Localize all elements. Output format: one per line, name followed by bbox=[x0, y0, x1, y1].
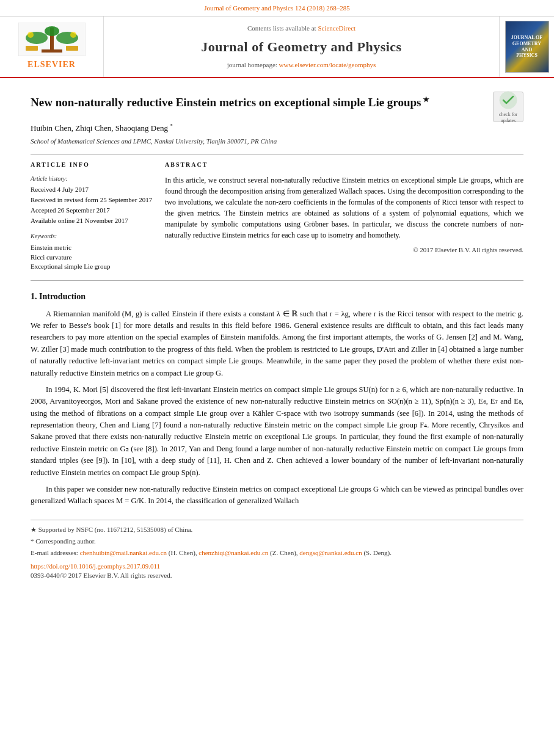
history-label: Article history: bbox=[31, 175, 153, 184]
journal-title: Journal of Geometry and Physics bbox=[201, 37, 401, 57]
homepage-link[interactable]: www.elsevier.com/locate/geomphys bbox=[279, 61, 376, 68]
intro-heading: 1. Introduction bbox=[31, 291, 523, 303]
email2-link[interactable]: chenzhiqi@nankai.edu.cn bbox=[199, 549, 268, 556]
journal-header-center: Contents lists available at ScienceDirec… bbox=[104, 16, 499, 77]
journal-header: ELSEVIER Contents lists available at Sci… bbox=[0, 16, 554, 78]
keyword-3: Exceptional simple Lie group bbox=[31, 262, 153, 272]
email3-name: (S. Deng). bbox=[363, 549, 392, 556]
footnote-corresponding: * Corresponding author. bbox=[31, 537, 523, 547]
main-content: New non-naturally reductive Einstein met… bbox=[0, 78, 554, 593]
elsevier-logo-section: ELSEVIER bbox=[0, 16, 104, 77]
email1-link[interactable]: chenhuibin@mail.nankai.edu.cn bbox=[80, 549, 167, 556]
received-date: Received 4 July 2017 bbox=[31, 185, 153, 195]
svg-point-7 bbox=[70, 32, 76, 38]
corresponding-star: * bbox=[170, 123, 173, 129]
article-title: New non-naturally reductive Einstein met… bbox=[31, 95, 487, 111]
keywords-label: Keywords: bbox=[31, 232, 153, 241]
check-icon bbox=[498, 90, 518, 110]
doi-link[interactable]: https://doi.org/10.1016/j.geomphys.2017.… bbox=[31, 562, 160, 570]
keywords-section: Keywords: Einstein metric Ricci curvatur… bbox=[31, 232, 153, 272]
article-info-col: ARTICLE INFO Article history: Received 4… bbox=[31, 161, 153, 272]
intro-para2: In 1994, K. Mori [5] discovered the firs… bbox=[31, 384, 523, 479]
article-info-heading: ARTICLE INFO bbox=[31, 161, 153, 170]
affiliation: School of Mathematical Sciences and LPMC… bbox=[31, 137, 523, 147]
info-abstract-row: ARTICLE INFO Article history: Received 4… bbox=[31, 154, 523, 272]
title-row: New non-naturally reductive Einstein met… bbox=[31, 89, 523, 122]
email3-link[interactable]: dengsq@nankai.edu.cn bbox=[299, 549, 362, 556]
footnote-section: ★ Supported by NSFC (no. 11671212, 51535… bbox=[31, 520, 523, 581]
cover-title: JOURNAL OFGEOMETRYANDPHYSICS bbox=[511, 35, 542, 58]
journal-citation: Journal of Geometry and Physics 124 (201… bbox=[204, 4, 350, 12]
footnote-star: ★ Supported by NSFC (no. 11671212, 51535… bbox=[31, 525, 523, 535]
intro-para3: In this paper we consider new non-natura… bbox=[31, 484, 523, 507]
available-date: Available online 21 November 2017 bbox=[31, 216, 153, 226]
keyword-2: Ricci curvature bbox=[31, 253, 153, 263]
elsevier-wordmark: ELSEVIER bbox=[27, 59, 76, 71]
svg-rect-8 bbox=[26, 46, 38, 51]
sciencedirect-line: Contents lists available at ScienceDirec… bbox=[247, 24, 355, 34]
accepted-date: Accepted 26 September 2017 bbox=[31, 206, 153, 216]
svg-point-4 bbox=[45, 26, 59, 36]
journal-cover: JOURNAL OFGEOMETRYANDPHYSICS bbox=[505, 21, 549, 73]
svg-point-6 bbox=[27, 32, 34, 38]
revised-date: Received in revised form 25 September 20… bbox=[31, 195, 153, 205]
journal-homepage: journal homepage: www.elsevier.com/locat… bbox=[227, 60, 376, 70]
abstract-col: ABSTRACT In this article, we construct s… bbox=[165, 161, 523, 272]
issn-line: 0393-0440/© 2017 Elsevier B.V. All right… bbox=[31, 571, 523, 581]
journal-cover-section: JOURNAL OFGEOMETRYANDPHYSICS bbox=[499, 16, 554, 77]
svg-rect-5 bbox=[42, 49, 62, 53]
title-star: ★ bbox=[421, 95, 429, 104]
section-divider bbox=[31, 280, 523, 281]
svg-point-10 bbox=[500, 92, 517, 109]
keyword-1: Einstein metric bbox=[31, 243, 153, 253]
svg-rect-9 bbox=[66, 46, 78, 51]
email2-name: (Z. Chen), bbox=[270, 549, 298, 556]
authors-line: Huibin Chen, Zhiqi Chen, Shaoqiang Deng … bbox=[31, 122, 523, 134]
check-for-updates-badge: check forupdates bbox=[493, 92, 523, 122]
elsevier-graphic bbox=[18, 23, 86, 56]
doi-line: https://doi.org/10.1016/j.geomphys.2017.… bbox=[31, 562, 523, 572]
elsevier-logo: ELSEVIER bbox=[18, 23, 86, 71]
sciencedirect-link[interactable]: ScienceDirect bbox=[318, 24, 355, 32]
email-label: E-mail addresses: bbox=[31, 549, 78, 556]
email1-name: (H. Chen), bbox=[169, 549, 197, 556]
abstract-text: In this article, we construct several no… bbox=[165, 175, 523, 241]
copyright-line: © 2017 Elsevier B.V. All rights reserved… bbox=[165, 245, 523, 255]
title-area: New non-naturally reductive Einstein met… bbox=[31, 89, 487, 114]
abstract-heading: ABSTRACT bbox=[165, 161, 523, 170]
authors-text: Huibin Chen, Zhiqi Chen, Shaoqiang Deng bbox=[31, 124, 168, 133]
check-label: check forupdates bbox=[498, 112, 518, 123]
intro-para1: A Riemannian manifold (M, g) is called E… bbox=[31, 308, 523, 379]
footnote-emails: E-mail addresses: chenhuibin@mail.nankai… bbox=[31, 548, 523, 558]
top-bar: Journal of Geometry and Physics 124 (201… bbox=[0, 0, 554, 16]
